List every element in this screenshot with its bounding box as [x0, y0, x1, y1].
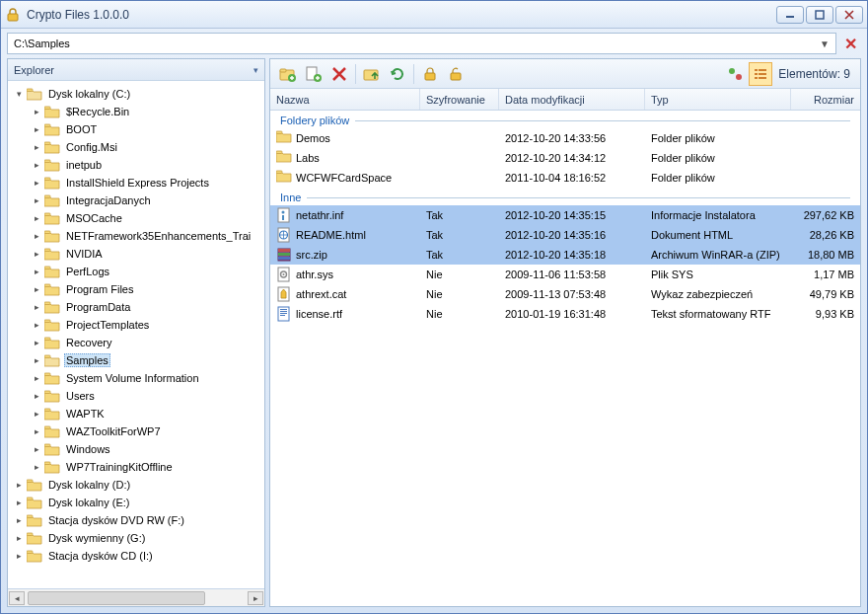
- scroll-thumb[interactable]: [28, 591, 205, 605]
- expand-icon[interactable]: ▸: [32, 302, 42, 313]
- tree-folder[interactable]: ▸ProgramData: [10, 298, 262, 316]
- expand-icon[interactable]: ▸: [32, 249, 42, 260]
- expand-icon[interactable]: ▸: [14, 551, 25, 562]
- scroll-left-icon[interactable]: ◂: [9, 591, 25, 605]
- expand-icon[interactable]: ▸: [32, 124, 42, 135]
- tree-folder[interactable]: ▸IntegracjaDanych: [10, 192, 262, 209]
- expand-icon[interactable]: ▸: [32, 355, 42, 366]
- tree-label: NETFramework35Enhancements_Trai: [64, 230, 253, 242]
- up-folder-button[interactable]: [360, 62, 384, 86]
- expand-icon[interactable]: ▸: [14, 498, 25, 508]
- refresh-button[interactable]: [386, 62, 409, 86]
- clear-address-icon[interactable]: ✕: [840, 35, 861, 53]
- tree-drive[interactable]: ▾Dysk lokalny (C:): [10, 85, 262, 103]
- expand-icon[interactable]: ▸: [32, 373, 42, 384]
- file-row[interactable]: netathr.inf Tak 2012-10-20 14:35:15 Info…: [270, 205, 860, 225]
- add-file-button[interactable]: [302, 62, 326, 86]
- tree-folder[interactable]: ▸Program Files: [10, 280, 262, 298]
- tree-folder[interactable]: ▸$Recycle.Bin: [10, 103, 262, 120]
- view-icons-button[interactable]: [723, 62, 747, 86]
- tree-folder[interactable]: ▸PerfLogs: [10, 263, 262, 280]
- minimize-button[interactable]: [776, 6, 804, 24]
- svg-rect-18: [44, 355, 50, 358]
- tree-folder[interactable]: ▸Config.Msi: [10, 138, 262, 156]
- file-list[interactable]: Foldery plików Demos 2012-10-20 14:33:56…: [270, 111, 860, 606]
- tree-drive[interactable]: ▸Dysk lokalny (E:): [10, 494, 262, 511]
- expand-icon[interactable]: ▾: [14, 89, 25, 100]
- tree-drive[interactable]: ▸Dysk lokalny (D:): [10, 476, 262, 494]
- cell-type: Dokument HTML: [645, 229, 791, 241]
- file-row[interactable]: license.rtf Nie 2010-01-19 16:31:48 Teks…: [270, 304, 860, 324]
- tree-drive[interactable]: ▸Stacja dysków DVD RW (F:): [10, 511, 262, 529]
- col-name[interactable]: Nazwa: [270, 89, 420, 110]
- tree-folder[interactable]: ▸inetpub: [10, 156, 262, 174]
- expand-icon[interactable]: ▸: [32, 178, 42, 189]
- folder-tree[interactable]: ▾Dysk lokalny (C:)▸$Recycle.Bin▸BOOT▸Con…: [8, 81, 264, 588]
- tree-folder[interactable]: ▸WAZToolkitForWP7: [10, 422, 262, 440]
- expand-icon[interactable]: ▸: [32, 462, 42, 473]
- file-row[interactable]: Labs 2012-10-20 14:34:12 Folder plików: [270, 148, 860, 168]
- file-row[interactable]: athrext.cat Nie 2009-11-13 07:53:48 Wyka…: [270, 284, 860, 304]
- file-row[interactable]: src.zip Tak 2012-10-20 14:35:18 Archiwum…: [270, 245, 860, 265]
- decrypt-button[interactable]: [444, 62, 468, 86]
- tree-folder[interactable]: ▸Recovery: [10, 334, 262, 351]
- chevron-down-icon[interactable]: ▼: [820, 38, 830, 49]
- expand-icon[interactable]: ▸: [32, 107, 42, 117]
- expand-icon[interactable]: ▸: [14, 480, 25, 491]
- tree-folder[interactable]: ▸MSOCache: [10, 209, 262, 227]
- tree-label: System Volume Information: [64, 372, 201, 384]
- address-input[interactable]: C:\Samples ▼: [7, 33, 836, 54]
- col-size[interactable]: Rozmiar: [791, 89, 860, 110]
- expand-icon[interactable]: ▸: [32, 409, 42, 420]
- folder-icon: [276, 150, 292, 163]
- expand-icon[interactable]: ▸: [32, 391, 42, 402]
- delete-button[interactable]: [327, 62, 351, 86]
- scroll-right-icon[interactable]: ▸: [248, 591, 263, 605]
- tree-folder[interactable]: ▸WP7TrainingKitOffline: [10, 458, 262, 476]
- col-date[interactable]: Data modyfikacji: [499, 89, 645, 110]
- tree-label: InstallShield Express Projects: [64, 177, 211, 189]
- tree-folder[interactable]: ▸WAPTK: [10, 405, 262, 422]
- expand-icon[interactable]: ▸: [14, 515, 25, 526]
- chevron-down-icon[interactable]: ▾: [253, 65, 258, 75]
- tree-folder[interactable]: ▸InstallShield Express Projects: [10, 174, 262, 192]
- expand-icon[interactable]: ▸: [32, 426, 42, 437]
- expand-icon[interactable]: ▸: [32, 160, 42, 171]
- expand-icon[interactable]: ▸: [32, 444, 42, 455]
- close-button[interactable]: [835, 6, 863, 24]
- cell-size: 1,17 MB: [791, 269, 860, 280]
- encrypt-button[interactable]: [418, 62, 442, 86]
- col-type[interactable]: Typ: [645, 89, 791, 110]
- group-header: Foldery plików: [270, 111, 860, 128]
- tree-folder[interactable]: ▸NETFramework35Enhancements_Trai: [10, 227, 262, 245]
- tree-folder[interactable]: ▸System Volume Information: [10, 369, 262, 387]
- tree-folder[interactable]: ▸Windows: [10, 440, 262, 458]
- expand-icon[interactable]: ▸: [32, 213, 42, 224]
- tree-folder[interactable]: ▸Samples: [10, 351, 262, 369]
- tree-drive[interactable]: ▸Dysk wymienny (G:): [10, 529, 262, 547]
- expand-icon[interactable]: ▸: [32, 195, 42, 206]
- view-details-button[interactable]: [749, 62, 772, 86]
- col-encryption[interactable]: Szyfrowanie: [420, 89, 499, 110]
- expand-icon[interactable]: ▸: [32, 267, 42, 277]
- folder-icon: [44, 408, 60, 421]
- expand-icon[interactable]: ▸: [32, 338, 42, 348]
- expand-icon[interactable]: ▸: [14, 533, 25, 544]
- add-folder-button[interactable]: [276, 62, 300, 86]
- expand-icon[interactable]: ▸: [32, 142, 42, 153]
- tree-drive[interactable]: ▸Stacja dysków CD (I:): [10, 547, 262, 565]
- tree-folder[interactable]: ▸ProjectTemplates: [10, 316, 262, 334]
- tree-folder[interactable]: ▸BOOT: [10, 120, 262, 138]
- expand-icon[interactable]: ▸: [32, 284, 42, 295]
- svg-rect-43: [759, 73, 766, 75]
- expand-icon[interactable]: ▸: [32, 320, 42, 331]
- file-row[interactable]: WCFWFCardSpace 2011-10-04 18:16:52 Folde…: [270, 168, 860, 188]
- file-row[interactable]: README.html Tak 2012-10-20 14:35:16 Doku…: [270, 225, 860, 245]
- expand-icon[interactable]: ▸: [32, 231, 42, 242]
- tree-scrollbar[interactable]: ◂ ▸: [8, 588, 264, 606]
- file-row[interactable]: athr.sys Nie 2009-11-06 11:53:58 Plik SY…: [270, 265, 860, 284]
- tree-folder[interactable]: ▸Users: [10, 387, 262, 405]
- file-row[interactable]: Demos 2012-10-20 14:33:56 Folder plików: [270, 128, 860, 148]
- maximize-button[interactable]: [806, 6, 833, 24]
- tree-folder[interactable]: ▸NVIDIA: [10, 245, 262, 263]
